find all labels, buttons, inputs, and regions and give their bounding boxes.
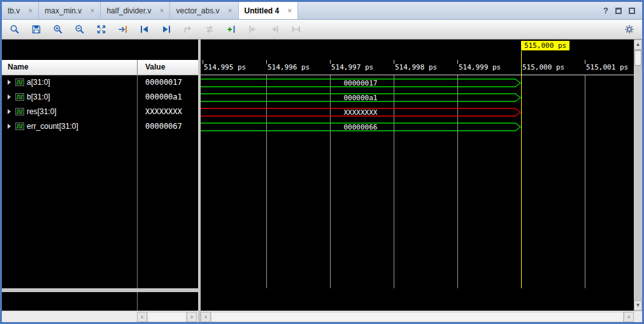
time-tick-label: 514,995 ps (204, 63, 246, 71)
wave-area: 515,000 ps 514,995 ps 514,996 ps 514,997… (201, 40, 634, 322)
gridline (585, 75, 585, 288)
tab-close-icon[interactable]: × (90, 6, 94, 15)
zoom-to-cursor-icon (118, 24, 128, 34)
zoom-fit-button[interactable] (96, 24, 106, 34)
time-cursor-line[interactable] (521, 51, 522, 288)
scroll-thumb[interactable] (634, 50, 641, 66)
bus-value-label: 00000017 (344, 79, 378, 87)
cursor-time-flag[interactable]: 515,000 ps (521, 41, 569, 50)
zoom-to-cursor-button[interactable] (118, 24, 128, 34)
ruler-tick (394, 60, 394, 64)
wave-hscrollbar[interactable]: ‹ › (201, 311, 634, 322)
scroll-track[interactable] (147, 312, 187, 322)
scroll-left-button[interactable]: ‹ (137, 312, 147, 322)
tab-label: tb.v (8, 6, 20, 15)
expand-chevron-icon[interactable] (8, 124, 11, 129)
signal-panel-hscrollbar[interactable]: ‹ › (2, 311, 198, 322)
scroll-up-button[interactable]: ▲ (634, 40, 642, 50)
tab-label: half_divider.v (106, 6, 151, 15)
tab-label: max_min.v (45, 6, 82, 15)
zoom-out-icon (75, 24, 85, 34)
time-tick-label: 514,999 ps (459, 63, 501, 71)
expand-chevron-icon[interactable] (8, 109, 11, 114)
save-icon (31, 24, 41, 34)
settings-button[interactable] (624, 24, 634, 34)
wave-canvas[interactable]: 515,000 ps 514,995 ps 514,996 ps 514,997… (201, 40, 634, 311)
signal-rows: a[31:0] 00000017 b[31:0] 000000a1 (2, 75, 198, 288)
bus-wave-icon (15, 78, 24, 86)
add-marker-button[interactable] (226, 24, 236, 34)
signal-panel: Name Value a[31:0] 00000017 (2, 40, 198, 322)
tab-vector-abs-v[interactable]: vector_abs.v × (170, 2, 238, 19)
time-tick-label: 515,000 ps (522, 63, 564, 71)
help-icon[interactable]: ? (603, 6, 608, 15)
previous-marker-button (248, 24, 258, 34)
bus-waveform-err-count: 00000066 (201, 122, 521, 131)
tab-close-icon[interactable]: × (159, 6, 164, 15)
settings-gear-icon (624, 24, 634, 34)
signal-value: 00000067 (145, 122, 182, 131)
tab-close-icon[interactable]: × (28, 6, 32, 15)
expand-chevron-icon[interactable] (8, 80, 11, 85)
search-button[interactable] (10, 24, 20, 34)
signal-name: b[31:0] (27, 92, 50, 101)
tab-close-icon[interactable]: × (228, 6, 233, 15)
tab-half-divider-v[interactable]: half_divider.v × (101, 2, 170, 19)
swap-cursors-icon (204, 24, 215, 34)
bus-wave-icon (15, 122, 24, 130)
signal-row-res[interactable]: res[31:0] XXXXXXXX (2, 105, 198, 119)
wave-vscrollbar[interactable]: ▲ ▼ (634, 40, 642, 322)
signal-row-err-count[interactable]: err_count[31:0] 00000067 (2, 119, 198, 134)
snap-to-transition-button (291, 24, 301, 34)
signal-value: 000000a1 (145, 92, 182, 101)
signal-row-b[interactable]: b[31:0] 000000a1 (2, 90, 198, 105)
zoom-out-button[interactable] (75, 24, 85, 34)
wave-toolbar (2, 20, 642, 40)
value-column-header: Value (145, 63, 165, 71)
scroll-right-button[interactable]: › (624, 312, 634, 322)
restore-layout-button (183, 24, 193, 34)
float-window-icon[interactable] (615, 8, 622, 14)
bus-value-label: XXXXXXXX (344, 108, 378, 117)
tab-max-min-v[interactable]: max_min.v × (39, 2, 101, 19)
previous-marker-icon (248, 24, 258, 34)
restore-layout-icon (183, 24, 193, 34)
scroll-left-button[interactable]: ‹ (201, 312, 211, 322)
scroll-thumb[interactable] (211, 312, 624, 322)
signal-row-a[interactable]: a[31:0] 00000017 (2, 75, 198, 90)
editor-tab-bar: tb.v × max_min.v × half_divider.v × vect… (2, 2, 642, 20)
tab-close-icon[interactable]: × (287, 6, 292, 15)
window-controls: ? (596, 2, 642, 19)
zoom-in-button[interactable] (53, 24, 63, 34)
time-tick-label: 515,001 ps (586, 63, 628, 71)
next-transition-button[interactable] (161, 24, 171, 34)
swap-cursors-button (204, 24, 215, 34)
panel-horizontal-splitter[interactable] (2, 288, 198, 292)
time-ruler[interactable]: 514,995 ps 514,996 ps 514,997 ps 514,998… (201, 60, 634, 75)
time-tick-label: 514,998 ps (395, 63, 437, 71)
bus-waveform-b: 000000a1 (201, 93, 521, 102)
previous-transition-button[interactable] (140, 24, 150, 34)
snap-to-transition-icon (291, 24, 301, 34)
ruler-tick (585, 60, 585, 64)
signal-name: res[31:0] (27, 107, 57, 116)
scroll-down-button[interactable]: ▼ (634, 300, 642, 311)
scroll-right-button[interactable]: › (187, 312, 197, 322)
maximize-window-icon[interactable] (629, 8, 635, 14)
tab-tb-v[interactable]: tb.v × (2, 2, 39, 19)
signal-value: XXXXXXXX (145, 107, 182, 116)
name-column-header: Name (8, 63, 29, 71)
name-value-column-divider[interactable] (137, 60, 138, 311)
tab-label: Untitled 4 (245, 6, 280, 15)
signal-name: err_count[31:0] (27, 122, 78, 131)
tab-untitled-4[interactable]: Untitled 4 × (239, 2, 299, 19)
ruler-tick (266, 60, 267, 64)
search-icon (10, 24, 20, 34)
expand-chevron-icon[interactable] (8, 94, 11, 99)
bus-waveform-res: XXXXXXXX (201, 108, 521, 117)
save-button[interactable] (31, 24, 41, 34)
ruler-tick (330, 60, 331, 64)
zoom-fit-icon (96, 24, 106, 34)
tab-label: vector_abs.v (176, 6, 219, 15)
ruler-tick (203, 60, 203, 64)
